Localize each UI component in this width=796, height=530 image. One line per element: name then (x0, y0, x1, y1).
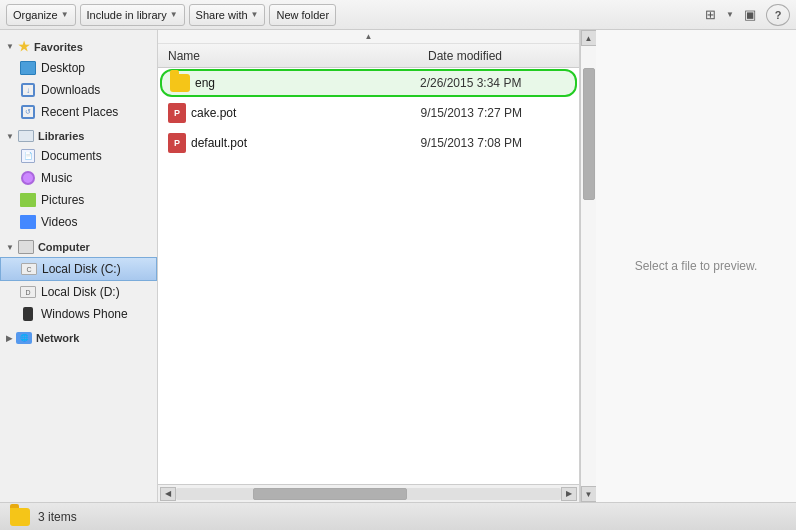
network-label: Network (36, 332, 79, 344)
folder-icon-eng (170, 74, 190, 92)
documents-label: Documents (41, 149, 102, 163)
libraries-section: ▼ Libraries 📄 Documents Music (0, 127, 157, 233)
favorites-arrow: ▼ (6, 42, 14, 51)
local-disk-c-icon: C (21, 261, 37, 277)
file-name-col-default: default.pot (168, 133, 420, 153)
scroll-up-arrow: ▲ (365, 32, 373, 41)
windows-phone-icon (20, 306, 36, 322)
vertical-scrollbar[interactable]: ▲ ▼ (580, 30, 596, 502)
music-label: Music (41, 171, 72, 185)
preview-panel: Select a file to preview. (596, 30, 796, 502)
sidebar: ▼ ★ Favorites Desktop ↓ Downloads (0, 30, 158, 502)
pictures-icon (20, 192, 36, 208)
sidebar-item-pictures[interactable]: Pictures (0, 189, 157, 211)
downloads-icon: ↓ (20, 82, 36, 98)
music-icon (20, 170, 36, 186)
preview-pane-button[interactable]: ▣ (738, 4, 762, 26)
file-date-default: 9/15/2013 7:08 PM (420, 136, 569, 150)
computer-section: ▼ Computer C Local Disk (C:) D Local Dis… (0, 237, 157, 325)
file-name-eng: eng (195, 76, 215, 90)
view-toggle-button[interactable]: ⊞ (698, 4, 722, 26)
sidebar-item-local-disk-d[interactable]: D Local Disk (D:) (0, 281, 157, 303)
sidebar-item-local-disk-c[interactable]: C Local Disk (C:) (0, 257, 157, 281)
file-item-eng[interactable]: eng 2/26/2015 3:34 PM (160, 69, 577, 97)
new-folder-label: New folder (276, 9, 329, 21)
organize-button[interactable]: Organize ▼ (6, 4, 76, 26)
share-label: Share with (196, 9, 248, 21)
hscroll-right-button[interactable]: ▶ (561, 487, 577, 501)
recent-places-icon: ↺ (20, 104, 36, 120)
network-section: ▶ 🌐 Network (0, 329, 157, 347)
column-header-date[interactable]: Date modified (422, 44, 572, 67)
libraries-arrow: ▼ (6, 132, 14, 141)
desktop-icon (20, 60, 36, 76)
recent-places-label: Recent Places (41, 105, 118, 119)
sidebar-item-desktop[interactable]: Desktop (0, 57, 157, 79)
computer-arrow: ▼ (6, 243, 14, 252)
videos-label: Videos (41, 215, 77, 229)
hscroll-left-button[interactable]: ◀ (160, 487, 176, 501)
help-button[interactable]: ? (766, 4, 790, 26)
hscroll-track[interactable] (176, 488, 561, 500)
organize-chevron: ▼ (61, 10, 69, 19)
new-folder-button[interactable]: New folder (269, 4, 336, 26)
desktop-label: Desktop (41, 61, 85, 75)
vscroll-thumb[interactable] (583, 68, 595, 200)
sidebar-item-windows-phone[interactable]: Windows Phone (0, 303, 157, 325)
scroll-indicator: ▲ (158, 30, 579, 44)
preview-text: Select a file to preview. (635, 259, 758, 273)
network-header[interactable]: ▶ 🌐 Network (0, 329, 157, 347)
sidebar-item-videos[interactable]: Videos (0, 211, 157, 233)
include-library-button[interactable]: Include in library ▼ (80, 4, 185, 26)
favorites-section: ▼ ★ Favorites Desktop ↓ Downloads (0, 36, 157, 123)
content-area: ▲ Name Date modified eng 2/26/201 (158, 30, 796, 502)
file-name-col-cake: cake.pot (168, 103, 420, 123)
status-count: 3 items (38, 510, 77, 524)
include-chevron: ▼ (170, 10, 178, 19)
file-item-cake[interactable]: cake.pot 9/15/2013 7:27 PM (158, 98, 579, 128)
network-arrow: ▶ (6, 334, 12, 343)
windows-phone-label: Windows Phone (41, 307, 128, 321)
status-bar: 3 items (0, 502, 796, 530)
local-disk-d-label: Local Disk (D:) (41, 285, 120, 299)
toolbar-right: ⊞ ▼ ▣ ? (698, 4, 790, 26)
sidebar-item-recent-places[interactable]: ↺ Recent Places (0, 101, 157, 123)
horizontal-scrollbar[interactable]: ◀ ▶ (158, 484, 579, 502)
libraries-header[interactable]: ▼ Libraries (0, 127, 157, 145)
videos-icon (20, 214, 36, 230)
documents-icon: 📄 (20, 148, 36, 164)
file-name-cake: cake.pot (191, 106, 236, 120)
favorites-header[interactable]: ▼ ★ Favorites (0, 36, 157, 57)
col-date-label: Date modified (428, 49, 502, 63)
computer-label: Computer (38, 241, 90, 253)
view-chevron: ▼ (726, 10, 734, 19)
file-date-eng: 2/26/2015 3:34 PM (420, 76, 567, 90)
libraries-label: Libraries (38, 130, 84, 142)
main-area: ▼ ★ Favorites Desktop ↓ Downloads (0, 30, 796, 502)
toolbar: Organize ▼ Include in library ▼ Share wi… (0, 0, 796, 30)
file-item-default[interactable]: default.pot 9/15/2013 7:08 PM (158, 128, 579, 158)
organize-label: Organize (13, 9, 58, 21)
column-header-name[interactable]: Name (162, 44, 422, 67)
hscroll-thumb[interactable] (253, 488, 407, 500)
share-with-button[interactable]: Share with ▼ (189, 4, 266, 26)
file-date-cake: 9/15/2013 7:27 PM (420, 106, 569, 120)
sidebar-item-documents[interactable]: 📄 Documents (0, 145, 157, 167)
computer-header[interactable]: ▼ Computer (0, 237, 157, 257)
vscroll-track[interactable] (581, 46, 596, 486)
file-name-col-eng: eng (170, 74, 420, 92)
share-chevron: ▼ (251, 10, 259, 19)
sidebar-item-music[interactable]: Music (0, 167, 157, 189)
status-folder-icon (10, 508, 30, 526)
favorites-star-icon: ★ (18, 39, 30, 54)
vscroll-up-button[interactable]: ▲ (581, 30, 597, 46)
pictures-label: Pictures (41, 193, 84, 207)
column-headers: Name Date modified (158, 44, 579, 68)
vscroll-down-button[interactable]: ▼ (581, 486, 597, 502)
sidebar-item-downloads[interactable]: ↓ Downloads (0, 79, 157, 101)
local-disk-c-label: Local Disk (C:) (42, 262, 121, 276)
local-disk-d-icon: D (20, 284, 36, 300)
file-list-panel: ▲ Name Date modified eng 2/26/201 (158, 30, 580, 502)
pot-icon-cake (168, 103, 186, 123)
file-list: eng 2/26/2015 3:34 PM cake.pot 9/15/2013… (158, 68, 579, 484)
